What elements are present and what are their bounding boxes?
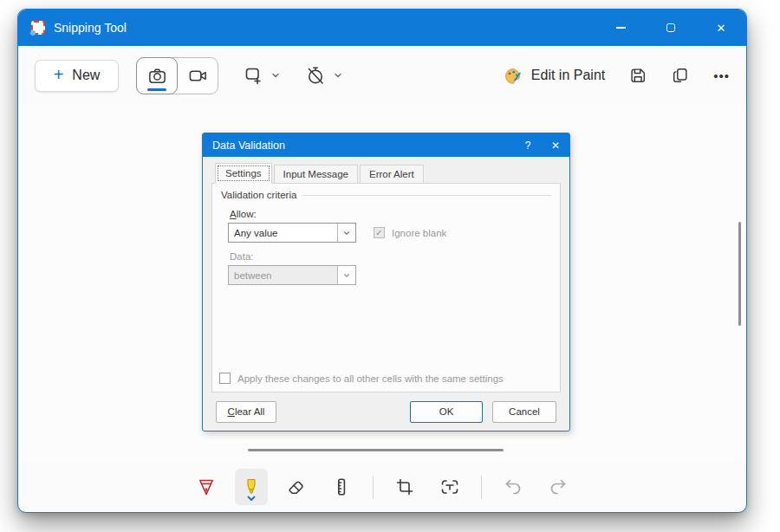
clear-all-button[interactable]: Clear All xyxy=(216,401,276,423)
dialog-tab-strip: Settings Input Message Error Alert xyxy=(203,157,569,184)
group-divider xyxy=(302,195,551,196)
redo-button[interactable] xyxy=(542,469,575,505)
chevron-down-icon xyxy=(342,229,351,237)
new-snip-button[interactable]: + New xyxy=(35,60,119,92)
eraser-button[interactable] xyxy=(280,469,313,505)
allow-value: Any value xyxy=(229,224,337,242)
ok-button[interactable]: OK xyxy=(410,401,483,423)
text-actions-button[interactable] xyxy=(433,469,466,505)
allow-access-key: A xyxy=(230,209,237,219)
edit-in-paint-label: Edit in Paint xyxy=(531,68,605,83)
vertical-scrollbar[interactable] xyxy=(738,222,741,326)
edit-in-paint-button[interactable]: Edit in Paint xyxy=(504,67,605,85)
new-button-label: New xyxy=(72,68,100,83)
validation-criteria-label: Validation criteria xyxy=(221,190,296,200)
chevron-down-icon xyxy=(246,496,257,503)
plus-icon: + xyxy=(54,66,64,83)
delay-dropdown[interactable] xyxy=(305,65,343,86)
ruler-button[interactable] xyxy=(325,469,358,505)
dialog-footer: Clear All OK Cancel xyxy=(203,393,569,431)
snipping-tool-window: Snipping Tool ✕ + New xyxy=(17,9,747,513)
desktop: Snipping Tool ✕ + New xyxy=(0,0,780,532)
data-combobox: between xyxy=(228,265,356,285)
window-title: Snipping Tool xyxy=(54,21,127,35)
close-icon: ✕ xyxy=(717,22,726,35)
camera-icon xyxy=(147,66,167,86)
eraser-icon xyxy=(286,477,307,497)
snip-shape-dropdown[interactable] xyxy=(243,65,281,86)
data-combobox-arrow xyxy=(337,266,355,284)
allow-combobox[interactable]: Any value xyxy=(228,223,356,243)
apply-changes-row: Apply these changes to all other cells w… xyxy=(219,373,504,384)
tab-error-alert[interactable]: Error Alert xyxy=(360,165,424,184)
caption-buttons: ✕ xyxy=(595,10,746,46)
toolbar-right-group: Edit in Paint xyxy=(504,66,730,85)
dialog-title-bar: Data Validation ? ✕ xyxy=(203,133,569,157)
cancel-button[interactable]: Cancel xyxy=(492,401,556,423)
maximize-button[interactable] xyxy=(646,10,696,46)
minimize-button[interactable] xyxy=(595,10,646,46)
apply-changes-label: Apply these changes to all other cells w… xyxy=(237,373,504,384)
allow-label-rest: llow: xyxy=(237,209,257,219)
ignore-blank-row: ✓ Ignore blank xyxy=(374,227,446,238)
chevron-down-icon xyxy=(342,271,351,280)
clear-all-label-rest: lear All xyxy=(235,406,265,417)
toolbar-separator xyxy=(481,476,482,499)
data-validation-dialog: Data Validation ? ✕ Settings Input Messa… xyxy=(202,133,570,431)
validation-criteria-group: Validation criteria xyxy=(221,190,551,200)
minimize-icon xyxy=(616,27,626,29)
dialog-title: Data Validation xyxy=(212,139,285,152)
tab-settings[interactable]: Settings xyxy=(215,163,272,184)
chevron-down-icon xyxy=(270,70,281,81)
timer-off-icon xyxy=(305,65,326,86)
settings-tab-page: Validation criteria Allow: Any value xyxy=(211,183,561,393)
undo-button[interactable] xyxy=(497,469,530,505)
chevron-down-icon xyxy=(333,70,343,81)
ballpoint-pen-button[interactable] xyxy=(190,469,223,505)
data-value: between xyxy=(229,266,337,284)
title-bar[interactable]: Snipping Tool ✕ xyxy=(18,10,746,46)
record-mode-button[interactable] xyxy=(178,58,218,94)
paint-palette-icon xyxy=(504,67,522,85)
snipping-tool-icon xyxy=(31,21,45,35)
toolbar-separator xyxy=(373,476,374,499)
maximize-icon xyxy=(666,23,675,32)
ignore-blank-checkbox[interactable]: ✓ xyxy=(374,227,385,238)
editing-toolbar xyxy=(18,462,746,512)
allow-row: Any value ✓ Ignore blank xyxy=(221,223,551,243)
snip-canvas: Data Validation ? ✕ Settings Input Messa… xyxy=(18,105,746,462)
redo-icon xyxy=(548,477,569,497)
save-icon xyxy=(628,66,647,85)
clear-all-label: Clear All xyxy=(228,406,265,417)
ballpoint-pen-icon xyxy=(196,477,217,497)
clear-all-access-key: C xyxy=(228,406,235,417)
close-button[interactable]: ✕ xyxy=(696,10,746,46)
capture-mode-toggle xyxy=(136,57,218,94)
video-camera-icon xyxy=(188,66,208,86)
more-options-icon: ••• xyxy=(713,68,730,83)
text-actions-icon xyxy=(439,477,460,497)
top-toolbar: + New xyxy=(18,46,746,105)
dialog-help-button[interactable]: ? xyxy=(514,133,542,157)
highlighter-icon xyxy=(241,477,262,497)
allow-label: Allow: xyxy=(230,209,551,219)
data-label: Data: xyxy=(230,251,551,262)
dialog-caption-buttons: ? ✕ xyxy=(514,133,569,157)
save-button[interactable] xyxy=(628,66,647,85)
dialog-close-button[interactable]: ✕ xyxy=(542,133,569,157)
horizontal-scrollbar[interactable] xyxy=(248,449,504,451)
ruler-icon xyxy=(331,477,352,497)
undo-icon xyxy=(503,477,523,497)
allow-combobox-arrow[interactable] xyxy=(337,224,355,242)
more-options-button[interactable]: ••• xyxy=(713,68,730,83)
apply-changes-checkbox[interactable] xyxy=(219,373,231,384)
snip-shape-icon xyxy=(243,65,263,86)
copy-button[interactable] xyxy=(671,66,690,85)
ignore-blank-label: Ignore blank xyxy=(392,228,446,238)
crop-button[interactable] xyxy=(388,469,421,505)
screenshot-mode-button[interactable] xyxy=(136,57,178,94)
copy-icon xyxy=(671,66,690,85)
tab-input-message[interactable]: Input Message xyxy=(274,165,358,184)
crop-icon xyxy=(394,477,415,497)
highlighter-button[interactable] xyxy=(235,469,268,505)
